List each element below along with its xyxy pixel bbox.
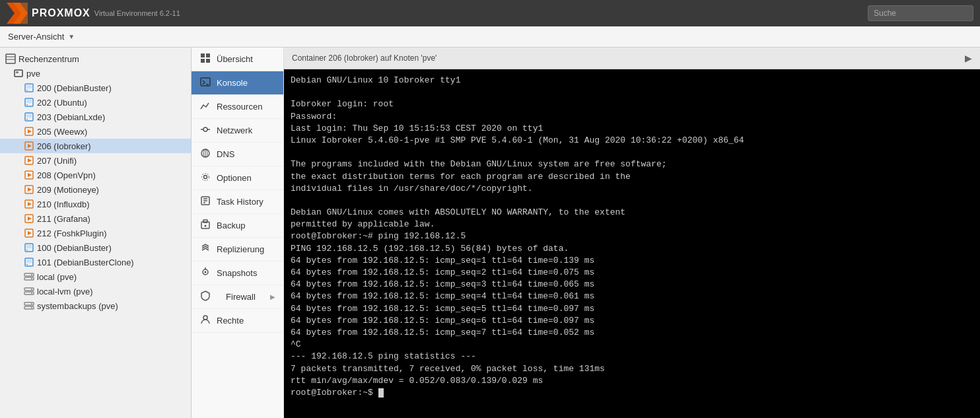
menu-item-netzwerk[interactable]: Netzwerk (192, 119, 283, 143)
tree-root: Rechenzentrumpve200 (DebianBuster)202 (U… (0, 48, 191, 317)
menu-label-snapshots: Snapshots (217, 268, 257, 278)
logo-ve-text: Virtual Environment 6.2-11 (94, 9, 180, 17)
menu-item-replizierung[interactable]: Replizierung (192, 238, 283, 261)
server-view-label: Server-Ansicht (8, 32, 64, 42)
tree-label: 205 (Weewx) (37, 127, 87, 137)
tree-label: 200 (DebianBuster) (37, 83, 112, 93)
terminal-cursor (378, 388, 384, 398)
tree-item-101[interactable]: 101 (DebianBusterClone) (0, 255, 191, 269)
expand-icon[interactable]: ▶ (965, 53, 972, 63)
topbar: PROXMOX Virtual Environment 6.2-11 (0, 0, 980, 26)
menu-icon-konsole (199, 77, 211, 89)
menu-icon-ressourcen (199, 100, 211, 113)
terminal-area[interactable]: Debian GNU/Linux 10 Iobroker tty1 Iobrok… (284, 69, 980, 418)
menu-item-uebersicht[interactable]: Übersicht (192, 48, 283, 71)
menu-label-netzwerk: Netzwerk (217, 125, 252, 135)
svg-marker-27 (28, 202, 32, 206)
tree-item-100[interactable]: 100 (DebianBuster) (0, 240, 191, 255)
tree-item-210[interactable]: 210 (Influxdb) (0, 197, 191, 211)
svg-rect-11 (26, 100, 32, 103)
tree-label: pve (26, 69, 40, 79)
menu-item-rechte[interactable]: Rechte (192, 309, 283, 333)
search-input[interactable] (868, 5, 973, 21)
logo-area: PROXMOX Virtual Environment 6.2-11 (7, 3, 180, 24)
menu-item-dns[interactable]: DNS (192, 143, 283, 166)
svg-point-41 (31, 278, 32, 279)
tree-icon-ct (24, 141, 34, 151)
menu-item-taskhistory[interactable]: Task History (192, 190, 283, 214)
svg-rect-51 (206, 53, 210, 57)
svg-rect-53 (206, 59, 210, 63)
menu-item-konsole[interactable]: Konsole (192, 71, 283, 95)
tree-icon-ct (24, 184, 34, 195)
tree-icon-storage (24, 300, 34, 311)
terminal-output[interactable]: Debian GNU/Linux 10 Iobroker tty1 Iobrok… (284, 69, 980, 418)
svg-rect-14 (26, 114, 32, 118)
svg-marker-21 (28, 158, 32, 162)
tree-item-208[interactable]: 208 (OpenVpn) (0, 168, 191, 182)
menu-item-ressourcen[interactable]: Ressourcen (192, 95, 283, 119)
server-view-dropdown[interactable]: Server-Ansicht ▼ (8, 32, 75, 42)
menu-item-snapshots[interactable]: Snapshots (192, 261, 283, 285)
right-panel: Container 206 (Iobroker) auf Knoten 'pve… (284, 48, 980, 418)
menu-label-backup: Backup (217, 221, 245, 230)
chevron-down-icon: ▼ (68, 33, 75, 40)
svg-rect-34 (26, 250, 28, 250)
tree-item-rechenzentrum[interactable]: Rechenzentrum (0, 52, 191, 66)
server-bar: Server-Ansicht ▼ (0, 26, 980, 48)
tree-icon-ct (24, 126, 34, 137)
menu-item-optionen[interactable]: Optionen (192, 166, 283, 190)
tree-icon-ct (24, 213, 34, 224)
menu-icon-optionen (199, 172, 211, 184)
svg-marker-25 (28, 188, 32, 192)
svg-rect-37 (26, 264, 28, 265)
tree-icon-storage (24, 271, 34, 282)
tree-item-206[interactable]: 206 (Iobroker) (0, 139, 191, 153)
tree-item-209[interactable]: 209 (Motioneye) (0, 182, 191, 197)
menu-item-backup[interactable]: Backup (192, 214, 283, 238)
menu-icon-backup (199, 219, 211, 232)
tree-label: 100 (DebianBuster) (37, 243, 112, 253)
menu-icon-netzwerk (199, 124, 211, 137)
svg-point-40 (31, 274, 32, 275)
tree-item-200[interactable]: 200 (DebianBuster) (0, 81, 191, 95)
tree-item-systembackups[interactable]: systembackups (pve) (0, 298, 191, 313)
svg-marker-23 (28, 173, 32, 177)
menu-icon-firewall (199, 291, 211, 303)
menu-label-replizierung: Replizierung (217, 244, 264, 254)
tree-item-local[interactable]: local (pve) (0, 269, 191, 284)
tree-item-203[interactable]: 203 (DebianLxde) (0, 110, 191, 124)
tree-item-211[interactable]: 211 (Grafana) (0, 211, 191, 226)
tree-label: 202 (Ubuntu) (37, 98, 87, 108)
tree-item-pve[interactable]: pve (0, 66, 191, 81)
svg-rect-36 (26, 260, 32, 263)
tree-label: systembackups (pve) (37, 301, 118, 311)
tree-icon-datacenter (5, 53, 16, 64)
svg-rect-8 (26, 85, 32, 88)
svg-rect-12 (26, 104, 28, 105)
menu-item-firewall[interactable]: Firewall▶ (192, 285, 283, 309)
menu-icon-uebersicht (199, 53, 211, 65)
menu-label-firewall: Firewall (226, 292, 256, 302)
tree-icon-vm (24, 112, 34, 122)
proxmox-icon (7, 3, 28, 24)
tree-label: 212 (FoshkPlugin) (37, 228, 107, 238)
tree-label: 207 (Unifi) (37, 156, 77, 166)
tree-item-202[interactable]: 202 (Ubuntu) (0, 95, 191, 110)
tree-item-local-lvm[interactable]: local-lvm (pve) (0, 284, 191, 298)
svg-point-44 (31, 289, 32, 290)
svg-marker-29 (28, 217, 32, 221)
tree-icon-ct (24, 199, 34, 209)
tree-icon-ct (24, 155, 34, 166)
svg-marker-31 (28, 231, 32, 235)
tree-icon-ct (24, 170, 34, 180)
tree-icon-storage (24, 286, 34, 296)
sidebar-tree: Rechenzentrumpve200 (DebianBuster)202 (U… (0, 48, 192, 418)
menu-label-rechte: Rechte (217, 316, 244, 326)
svg-rect-9 (26, 90, 28, 90)
tree-item-212[interactable]: 212 (FoshkPlugin) (0, 226, 191, 240)
tree-item-205[interactable]: 205 (Weewx) (0, 124, 191, 139)
tree-item-207[interactable]: 207 (Unifi) (0, 153, 191, 168)
svg-point-72 (205, 271, 207, 273)
svg-point-62 (204, 176, 207, 179)
